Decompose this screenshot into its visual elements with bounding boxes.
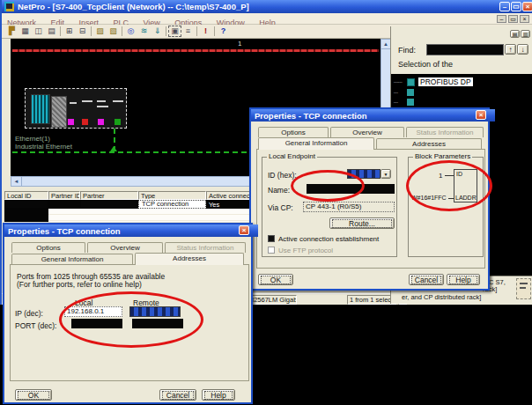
- mdi-restore-button[interactable]: ▭: [508, 15, 518, 23]
- scroll-left-icon[interactable]: ◄: [11, 177, 22, 186]
- block-laddr-pin: LADDR: [455, 195, 477, 201]
- scroll-up-icon[interactable]: ▲: [381, 40, 390, 49]
- column-header-local-id[interactable]: Local ID: [4, 191, 48, 200]
- paste-icon[interactable]: ⊟: [76, 26, 89, 37]
- open-icon[interactable]: ▛: [5, 26, 18, 37]
- status-cell-adapter: 82567LM Gigab: [248, 295, 297, 305]
- catalog-pin-button[interactable]: ▤: [510, 30, 520, 38]
- check-consistency-icon[interactable]: !: [199, 26, 212, 37]
- mdi-minimize-button[interactable]: –: [497, 15, 506, 23]
- tray-icon[interactable]: [516, 278, 531, 299]
- redacted-port-local-field[interactable]: [71, 319, 122, 328]
- tab-addresses[interactable]: Addresses: [376, 138, 482, 149]
- mpi-bus-line[interactable]: [12, 49, 379, 52]
- ip-dec-label: IP (dec):: [15, 309, 43, 318]
- route-button[interactable]: Route...: [329, 217, 395, 229]
- help-select-icon[interactable]: ?: [217, 26, 230, 37]
- redacted-ip-remote-field[interactable]: [129, 306, 181, 317]
- ok-button[interactable]: OK: [15, 389, 52, 401]
- via-cp-value: CP 443-1 (R0/S5): [303, 202, 395, 212]
- dialog-titlebar[interactable]: Properties - TCP connection ×: [4, 225, 258, 237]
- find-previous-button[interactable]: ↑: [505, 44, 516, 55]
- id-hex-dropdown-icon[interactable]: ▼: [381, 169, 391, 179]
- tree-item-profibus-dp[interactable]: PROFIBUS DP: [418, 77, 473, 86]
- block-parameters-label: Block Parameters: [413, 152, 472, 160]
- window-title: NetPro - [S7-400_TcpClient (Network) -- …: [18, 2, 249, 11]
- column-header-partner-id[interactable]: Partner ID: [48, 191, 80, 200]
- minimize-button[interactable]: –: [499, 2, 510, 11]
- list-icon[interactable]: ≡: [181, 26, 195, 37]
- tree-branch-mark: ┄: [394, 89, 398, 97]
- find-next-button[interactable]: ↓: [517, 44, 528, 55]
- connect-icon[interactable]: ≋: [137, 26, 151, 37]
- block-laddr-wire: [448, 198, 454, 199]
- local-endpoint-group: Local Endpoint ID (hex): ▼ Name: Via CP:…: [262, 157, 397, 257]
- tcp-properties-dialog-addresses: Properties - TCP connection × Options Ov…: [3, 223, 253, 404]
- zoom-icon[interactable]: ◎: [124, 26, 137, 37]
- bus-number-label: 1: [238, 40, 241, 48]
- dialog-close-button[interactable]: ×: [239, 225, 249, 235]
- module-label-mark: [82, 100, 92, 102]
- cp-port-magenta[interactable]: [68, 119, 74, 125]
- dialog-close-button[interactable]: ×: [476, 110, 486, 120]
- print-icon[interactable]: ▤: [45, 26, 58, 37]
- row-header-column: [4, 209, 48, 222]
- block-id-pin: ID: [456, 171, 462, 177]
- redacted-find-input[interactable]: [426, 44, 504, 55]
- tab-addresses[interactable]: Addresses: [135, 253, 244, 265]
- tab-general-information[interactable]: General Information: [11, 254, 133, 264]
- cp-port-red[interactable]: [82, 119, 88, 125]
- ip-local-field[interactable]: 192.168.0.1: [64, 306, 122, 317]
- tab-overview[interactable]: Overview: [87, 242, 163, 253]
- close-button[interactable]: ×: [522, 2, 532, 11]
- tab-general-information[interactable]: General Information: [258, 137, 374, 150]
- save-icon[interactable]: ▦: [18, 26, 32, 37]
- column-header-partner[interactable]: Partner: [80, 191, 138, 200]
- cp-port-green[interactable]: [115, 119, 121, 125]
- port-dec-label: PORT (dec):: [15, 321, 56, 330]
- cancel-button[interactable]: Cancel: [159, 389, 196, 401]
- id-hex-combo-value[interactable]: [347, 169, 381, 179]
- tcp-properties-dialog-general: Properties - TCP connection × Options Ov…: [249, 107, 490, 291]
- active-establishment-checkbox[interactable]: [268, 235, 275, 242]
- active-establishment-label: Active connection establishment: [278, 235, 379, 243]
- find-label: Find:: [398, 46, 416, 55]
- redacted-port-remote-field[interactable]: [132, 319, 183, 328]
- cancel-button[interactable]: Cancel: [409, 274, 444, 285]
- address-table-icon[interactable]: ▣: [168, 26, 181, 37]
- cpu-module[interactable]: [31, 94, 50, 124]
- selection-caption: Selection of the: [398, 60, 453, 69]
- restore-button[interactable]: ▭: [511, 2, 521, 11]
- download-icon[interactable]: ⇓: [151, 26, 164, 37]
- dialog-titlebar[interactable]: Properties - TCP connection ×: [251, 109, 495, 122]
- tree-node-icon[interactable]: [407, 89, 414, 96]
- catalog-a-icon[interactable]: ▨: [93, 26, 107, 37]
- tree-branch-mark: ┄: [394, 99, 398, 107]
- help-button[interactable]: Help: [202, 389, 235, 401]
- catalog-b-icon[interactable]: ▧: [107, 26, 120, 37]
- tab-overview[interactable]: Overview: [330, 127, 404, 137]
- column-header-type[interactable]: Type: [138, 191, 206, 200]
- toolbar-separator: [166, 26, 166, 36]
- ok-button[interactable]: OK: [258, 274, 293, 285]
- netpro-titlebar[interactable]: NetPro - [S7-400_TcpClient (Network) -- …: [2, 0, 532, 13]
- module-label-mark: [97, 106, 108, 107]
- tree-node-icon[interactable]: [407, 99, 414, 106]
- block-laddr-value: W#16#1FFC: [411, 195, 447, 201]
- help-button[interactable]: Help: [447, 274, 480, 285]
- ftp-protocol-checkbox[interactable]: [268, 247, 275, 254]
- redacted-name-value[interactable]: [307, 184, 395, 194]
- tray-icon-mark: [520, 287, 526, 289]
- tab-options[interactable]: Options: [258, 127, 329, 137]
- copy-icon[interactable]: ⊞: [63, 26, 76, 37]
- rack-module[interactable]: [51, 96, 67, 128]
- catalog-close-button[interactable]: ▥: [521, 30, 530, 38]
- station-box[interactable]: [25, 88, 127, 129]
- module-label-mark: [97, 100, 106, 102]
- stations-icon[interactable]: ◫: [32, 26, 45, 37]
- tab-options[interactable]: Options: [11, 242, 85, 253]
- mdi-close-button[interactable]: ×: [520, 15, 529, 23]
- type-cell[interactable]: TCP connection: [138, 200, 206, 209]
- cp-port-magenta2[interactable]: [98, 119, 104, 125]
- profibus-dp-icon: [407, 78, 415, 86]
